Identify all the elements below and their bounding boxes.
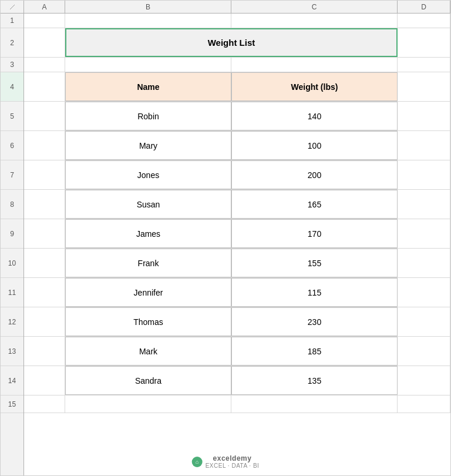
grid-row-3 [24,58,450,72]
cell-13a [24,337,65,366]
data-row-2-weight: 200 [231,160,398,189]
data-row-6-name: Jennifer [65,278,231,307]
cell-6d [398,131,450,160]
grid-row-5: Robin 140 [24,102,450,131]
row-num-12: 12 [1,307,23,337]
column-header-row: A B C D [1,1,450,14]
data-row-5-weight: 155 [231,249,398,277]
row-num-13: 13 [1,337,23,366]
cell-15a [24,395,65,413]
data-row-9-name: Sandra [65,366,231,395]
cell-14a [24,366,65,395]
grid-row-4: Name Weight (lbs) [24,72,450,102]
cell-4a [24,72,65,101]
row-num-6: 6 [1,131,23,160]
row-num-9: 9 [1,219,23,249]
cell-3b [65,58,231,72]
data-row-3-weight: 165 [231,190,398,219]
data-row-5-name: Frank [65,249,231,277]
cell-14d [398,366,450,395]
grid-row-11: Jennifer 115 [24,278,450,307]
cell-7a [24,160,65,189]
grid-row-13: Mark 185 [24,337,450,366]
data-row-2-name: Jones [65,160,231,189]
watermark-icon: ⌂ [192,457,203,467]
row-num-1: 1 [1,14,23,28]
row-num-7: 7 [1,160,23,190]
cell-3a [24,58,65,72]
row-num-8: 8 [1,190,23,219]
data-row-1-weight: 100 [231,131,398,160]
cell-7d [398,160,450,189]
spreadsheet-container: A B C D 1 2 3 4 5 6 7 8 9 10 11 12 13 1 [0,0,451,476]
row-num-11: 11 [1,278,23,307]
cell-1a [24,14,65,28]
cell-9d [398,219,450,248]
cell-4d [398,72,450,101]
cell-8a [24,190,65,219]
row-num-14: 14 [1,366,23,395]
data-row-6-weight: 115 [231,278,398,307]
grid-row-14: Sandra 135 [24,366,450,395]
header-weight: Weight (lbs) [231,72,398,101]
cell-15b [65,395,231,413]
data-row-3-name: Susan [65,190,231,219]
row-num-4: 4 [1,72,23,102]
grid-row-6: Mary 100 [24,131,450,160]
watermark-brand: exceldemy [213,454,252,462]
svg-line-0 [10,5,15,9]
col-header-c: C [231,1,398,13]
cell-1c [231,14,398,28]
cell-10a [24,249,65,277]
data-row-9-weight: 135 [231,366,398,395]
data-row-4-name: James [65,219,231,248]
row-numbers: 1 2 3 4 5 6 7 8 9 10 11 12 13 14 15 [1,14,24,475]
row-num-15: 15 [1,395,23,413]
cell-13d [398,337,450,366]
cell-5a [24,102,65,130]
data-row-7-name: Thomas [65,307,231,336]
cell-5d [398,102,450,130]
cell-9a [24,219,65,248]
data-row-0-name: Robin [65,102,231,130]
cell-1d [398,14,450,28]
cell-11a [24,278,65,307]
cell-12d [398,307,450,336]
cell-2d [398,28,450,57]
grid-row-8: Susan 165 [24,190,450,219]
grid-body: 1 2 3 4 5 6 7 8 9 10 11 12 13 14 15 [1,14,450,475]
row-num-5: 5 [1,102,23,131]
title-cell: Weight List [65,28,398,57]
grid-row-15 [24,395,450,413]
watermark-subtitle: EXCEL · DATA · BI [206,462,260,469]
cell-1b [65,14,231,28]
cell-8d [398,190,450,219]
cell-2a [24,28,65,57]
header-name: Name [65,72,231,101]
data-row-8-name: Mark [65,337,231,366]
data-row-1-name: Mary [65,131,231,160]
data-row-0-weight: 140 [231,102,398,130]
row-num-2: 2 [1,28,23,58]
grid-row-1 [24,14,450,28]
row-num-3: 3 [1,58,23,72]
cell-15c [231,395,398,413]
corner-cell [1,1,24,13]
grid-row-2: Weight List [24,28,450,58]
cell-12a [24,307,65,336]
row-num-10: 10 [1,249,23,278]
col-header-d: D [398,1,450,13]
grid-row-10: Frank 155 [24,249,450,278]
grid-row-12: Thomas 230 [24,307,450,337]
watermark: ⌂ exceldemy EXCEL · DATA · BI [192,454,260,469]
cell-6a [24,131,65,160]
col-header-b: B [65,1,231,13]
col-header-a: A [24,1,65,13]
cell-15d [398,395,450,413]
cell-11d [398,278,450,307]
cell-3d [398,58,450,72]
grid-row-9: James 170 [24,219,450,249]
data-row-7-weight: 230 [231,307,398,336]
spreadsheet: A B C D 1 2 3 4 5 6 7 8 9 10 11 12 13 1 [0,0,451,476]
data-row-8-weight: 185 [231,337,398,366]
